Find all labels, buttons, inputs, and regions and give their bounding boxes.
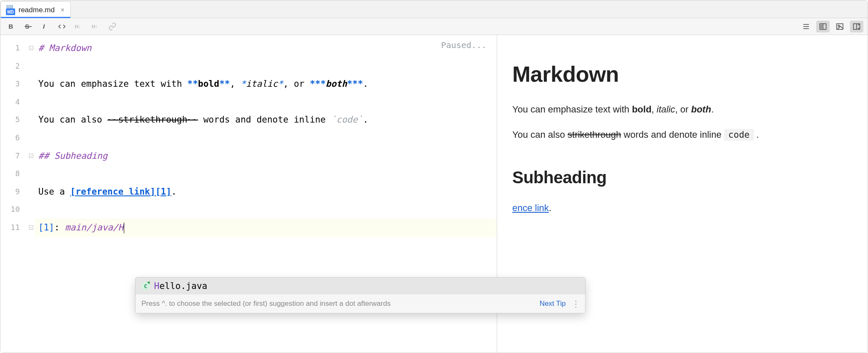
text: You can emphasize text with	[38, 79, 187, 89]
next-tip-link[interactable]: Next Tip	[540, 300, 566, 308]
popup-tip-bar: Press ^. to choose the selected (or firs…	[136, 294, 585, 313]
text: , or	[675, 104, 691, 115]
mk: *	[240, 79, 246, 89]
link-text: [reference link]	[70, 187, 155, 197]
md-badge: MD	[6, 8, 15, 15]
italic: italic	[657, 104, 675, 115]
text: .	[711, 104, 714, 115]
preview-paragraph: You can emphasize text with bold, italic…	[512, 103, 852, 116]
bold-italic: both	[691, 104, 711, 115]
fold-marker-icon[interactable]	[29, 225, 33, 230]
bold: bold	[198, 79, 219, 89]
reference-link[interactable]: ence link	[512, 203, 549, 213]
text: :	[54, 222, 65, 233]
fold-strip	[27, 35, 35, 353]
text: words and denote inline	[198, 115, 331, 125]
tip-text: Press ^. to choose the selected (or firs…	[141, 300, 391, 308]
close-icon[interactable]: ×	[61, 6, 64, 14]
tab-label: readme.md	[19, 6, 55, 14]
line-number: 11	[0, 219, 27, 237]
line-number: 5	[0, 111, 27, 129]
bold-button[interactable]: B	[5, 21, 18, 32]
preview-h2: Subheading	[512, 165, 852, 190]
text: .	[549, 203, 551, 213]
text: ,	[652, 104, 657, 115]
text: You can emphasize text with	[512, 104, 632, 115]
line-number: 2	[0, 57, 27, 75]
text: .	[363, 79, 368, 89]
fold-marker-icon[interactable]	[29, 154, 33, 158]
header-decrease-button: H↓	[72, 21, 85, 32]
analysis-status: Paused...	[441, 40, 487, 50]
header-increase-button: H↑	[89, 21, 102, 32]
completion-label: ello.java	[160, 281, 208, 291]
line-number: 7	[0, 147, 27, 165]
line-number: 9	[0, 183, 27, 201]
strike: ~~strikethrough~~	[107, 115, 198, 125]
inline-code: `code`	[331, 115, 363, 125]
svg-text:H↑: H↑	[92, 24, 98, 29]
text: words and denote inline	[621, 129, 724, 140]
italic-button[interactable]: I	[38, 21, 52, 32]
mk: ***	[347, 79, 363, 89]
line-number: 4	[0, 93, 27, 111]
ref-url: main/java/H	[65, 222, 123, 233]
scroll-sync-button[interactable]	[850, 21, 863, 32]
more-icon[interactable]: ⋮	[572, 299, 579, 309]
preview-h1: Markdown	[512, 59, 852, 90]
mk: ***	[310, 79, 326, 89]
mk: **	[219, 79, 230, 89]
caret-icon	[124, 222, 124, 233]
preview-paragraph: ence link.	[512, 201, 852, 215]
code-button[interactable]	[55, 21, 69, 32]
heading-token: # Markdown	[38, 43, 91, 53]
text: Use a	[38, 187, 70, 197]
text: You can also	[512, 129, 567, 140]
bold: bold	[632, 104, 651, 115]
text: ,	[230, 79, 240, 89]
class-icon: C	[141, 282, 150, 290]
view-split-button[interactable]	[816, 21, 830, 32]
text: , or	[283, 79, 310, 89]
tab-bar: MD readme.md ×	[0, 0, 868, 18]
svg-point-16	[838, 25, 839, 26]
text: .	[363, 115, 368, 125]
autocomplete-popup: C Hello.java Press ^. to choose the sele…	[135, 277, 586, 313]
svg-text:B: B	[8, 23, 13, 30]
match-fragment: H	[154, 281, 160, 291]
italic: italic	[246, 79, 278, 89]
image-button[interactable]	[833, 21, 847, 32]
line-number: 8	[0, 165, 27, 183]
editor-pane[interactable]: 1 2 3 4 5 6 7 8 9 10 11 Paused...	[0, 35, 497, 353]
heading-token: ## Subheading	[38, 151, 107, 161]
tab-readme[interactable]: MD readme.md ×	[0, 1, 71, 18]
fold-marker-icon[interactable]	[29, 46, 33, 50]
link-text: ence link	[512, 203, 549, 213]
view-source-button[interactable]	[799, 21, 813, 32]
svg-text:H↓: H↓	[75, 24, 81, 29]
line-number: 3	[0, 75, 27, 93]
svg-text:I: I	[43, 23, 45, 30]
markdown-file-icon: MD	[6, 5, 15, 15]
preview-paragraph: You can also strikethrough words and den…	[512, 128, 852, 142]
text: You can also	[38, 115, 107, 125]
autocomplete-item[interactable]: C Hello.java	[136, 278, 585, 294]
svg-rect-0	[7, 5, 13, 8]
line-number: 1	[0, 39, 27, 57]
line-number: 10	[0, 201, 27, 219]
strike-button[interactable]: S	[21, 21, 35, 32]
editor-window: MD readme.md × B S I H↓ H↑ 1 2	[0, 0, 868, 353]
md-toolbar: B S I H↓ H↑	[0, 18, 868, 35]
line-number: 6	[0, 129, 27, 147]
text: .	[171, 187, 177, 197]
link-id: [1]	[155, 187, 171, 197]
main-split: 1 2 3 4 5 6 7 8 9 10 11 Paused...	[0, 35, 868, 353]
ref-id: [1]	[38, 222, 54, 233]
mk: **	[187, 79, 198, 89]
inline-code: code	[724, 129, 754, 141]
link-button	[106, 21, 119, 32]
mk: *	[278, 79, 283, 89]
bold-italic: both	[326, 79, 347, 89]
gutter: 1 2 3 4 5 6 7 8 9 10 11	[0, 35, 27, 353]
strike: strikethrough	[567, 129, 621, 140]
